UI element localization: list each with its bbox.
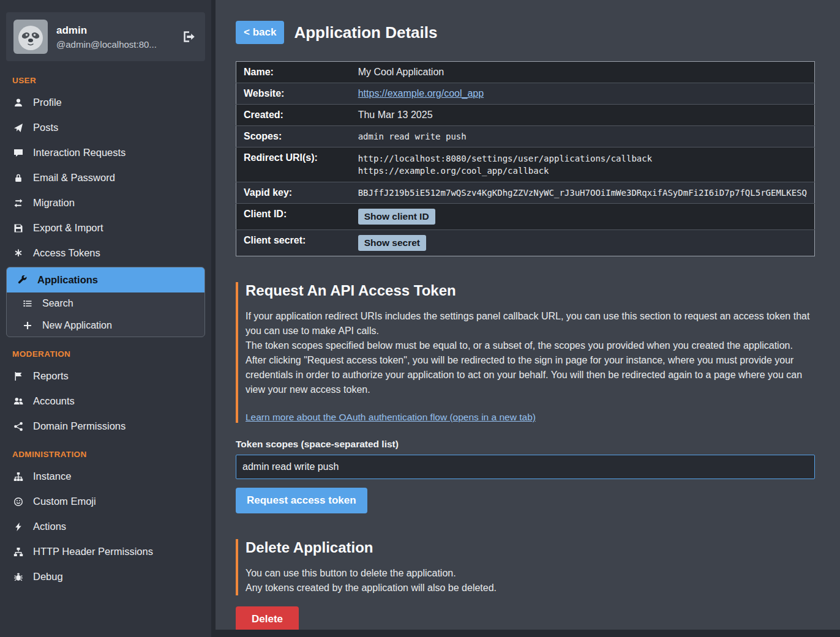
detail-row-vapid-key: Vapid key: BBJffJ219b5iE512m7wQSzv4KgKDh… (236, 182, 815, 204)
bug-icon (12, 572, 24, 582)
sidebar-item-label: Instance (33, 471, 71, 482)
detail-row-redirect-uris: Redirect URI(s): http://localhost:8080/s… (236, 147, 815, 182)
smile-icon (12, 497, 24, 507)
detail-row-scopes: Scopes: admin read write push (236, 126, 815, 147)
sidebar-section-moderation: MODERATION (0, 338, 211, 363)
sidebar-item-access-tokens[interactable]: Access Tokens (0, 240, 211, 266)
detail-label: Client ID: (236, 204, 351, 230)
sidebar-nav-administration: Instance Custom Emoji Actions HTTP Heade… (0, 464, 211, 589)
sidebar-item-interaction-requests[interactable]: Interaction Requests (0, 140, 211, 165)
tools-icon (17, 275, 29, 285)
sidebar-item-label: Access Tokens (33, 247, 100, 259)
request-access-token-button[interactable]: Request access token (236, 488, 367, 513)
detail-label: Client secret: (236, 230, 351, 256)
sidebar-item-label: Applications (37, 274, 98, 286)
sidebar-item-reports[interactable]: Reports (0, 363, 211, 389)
sidebar-item-posts[interactable]: Posts (0, 115, 211, 140)
back-button[interactable]: < back (236, 21, 284, 44)
bolt-icon (12, 522, 24, 532)
detail-label: Created: (236, 105, 351, 126)
delete-application-heading: Delete Application (246, 539, 815, 556)
sidebar-item-label: Posts (33, 122, 58, 133)
sidebar-item-label: Search (42, 298, 73, 309)
sidebar-item-custom-emoji[interactable]: Custom Emoji (0, 489, 211, 514)
sidebar-nav-moderation: Reports Accounts Domain Permissions (0, 363, 211, 439)
sidebar-item-profile[interactable]: Profile (0, 90, 211, 115)
sidebar-item-instance[interactable]: Instance (0, 464, 211, 489)
sidebar-item-export-import[interactable]: Export & Import (0, 215, 211, 240)
sidebar-item-new-application[interactable]: New Application (7, 315, 204, 337)
sidebar-item-label: Migration (33, 197, 75, 209)
sidebar-item-label: New Application (42, 320, 112, 331)
detail-value-scopes: admin read write push (351, 126, 815, 147)
detail-label: Scopes: (236, 126, 351, 147)
detail-label: Name: (236, 62, 351, 83)
asterisk-icon (12, 248, 24, 258)
detail-label: Vapid key: (236, 182, 351, 204)
sidebar-item-label: Export & Import (33, 222, 103, 234)
page-title: Application Details (294, 23, 437, 42)
lock-icon (12, 173, 24, 183)
redirect-uri: https://example.org/cool_app/callback (358, 165, 807, 177)
request-token-heading: Request An API Access Token (246, 282, 815, 299)
sitemap-icon (12, 472, 24, 482)
sidebar-item-label: Domain Permissions (33, 420, 126, 432)
sidebar-item-accounts[interactable]: Accounts (0, 389, 211, 414)
detail-row-name: Name: My Cool Application (236, 62, 815, 83)
sidebar-item-applications[interactable]: Applications (7, 267, 204, 292)
avatar (13, 20, 48, 54)
detail-row-client-secret: Client secret: Show secret (236, 230, 815, 256)
sidebar: admin @admin@localhost:80... USER Profil… (0, 0, 211, 637)
plus-icon (21, 321, 34, 330)
request-token-paragraph: The token scopes specified below must be… (246, 338, 815, 353)
logout-icon[interactable] (183, 30, 195, 43)
sidebar-item-debug[interactable]: Debug (0, 564, 211, 589)
detail-value-created: Thu Mar 13 2025 (351, 105, 815, 126)
sidebar-item-migration[interactable]: Migration (0, 190, 211, 215)
application-details-table: Name: My Cool Application Website: https… (236, 61, 815, 256)
detail-row-website: Website: https://example.org/cool_app (236, 83, 815, 105)
request-token-section: Request An API Access Token If your appl… (236, 282, 815, 423)
show-client-id-button[interactable]: Show client ID (358, 209, 435, 225)
user-card[interactable]: admin @admin@localhost:80... (6, 12, 205, 61)
sidebar-item-label: Debug (33, 571, 63, 583)
user-handle: @admin@localhost:80... (56, 39, 157, 50)
sidebar-item-label: Interaction Requests (33, 147, 126, 158)
request-token-paragraph: If your application redirect URIs includ… (246, 309, 815, 338)
floppy-icon (12, 223, 24, 233)
sidebar-item-http-header-permissions[interactable]: HTTP Header Permissions (0, 539, 211, 564)
token-scopes-label: Token scopes (space-separated list) (236, 439, 815, 450)
sidebar-item-applications-search[interactable]: Search (7, 292, 204, 315)
oauth-docs-link[interactable]: Learn more about the OAuth authenticatio… (246, 412, 536, 423)
sidebar-item-actions[interactable]: Actions (0, 514, 211, 539)
sidebar-section-administration: ADMINISTRATION (0, 439, 211, 464)
app-root: admin @admin@localhost:80... USER Profil… (0, 0, 840, 637)
sidebar-item-label: Accounts (33, 395, 75, 407)
network-icon (12, 547, 24, 557)
sidebar-item-label: Email & Password (33, 172, 115, 184)
share-nodes-icon (12, 422, 24, 431)
sidebar-item-label: Reports (33, 370, 69, 382)
flag-icon (12, 371, 24, 381)
website-link[interactable]: https://example.org/cool_app (358, 88, 484, 99)
exchange-icon (12, 198, 24, 208)
detail-value-vapid-key: BBJffJ219b5iE512m7wQSzv4KgKDhgZZVzNyWC_r… (351, 182, 815, 204)
sidebar-item-label: Custom Emoji (33, 496, 96, 507)
delete-button[interactable]: Delete (236, 606, 299, 630)
detail-value-name: My Cool Application (351, 62, 815, 83)
delete-application-section: Delete Application You can use this butt… (236, 539, 815, 595)
user-icon (12, 98, 24, 108)
applications-group: Applications Search New Application (6, 267, 205, 337)
sidebar-item-domain-permissions[interactable]: Domain Permissions (0, 414, 211, 439)
detail-row-client-id: Client ID: Show client ID (236, 204, 815, 230)
applications-submenu: Search New Application (7, 292, 204, 337)
paper-plane-icon (12, 123, 24, 133)
redirect-uri: http://localhost:8080/settings/user/appl… (358, 152, 807, 165)
request-token-paragraph: After clicking "Request access token", y… (246, 353, 815, 397)
request-token-block: Request An API Access Token If your appl… (236, 282, 815, 513)
detail-value-redirect-uris: http://localhost:8080/settings/user/appl… (351, 147, 815, 182)
sidebar-item-label: Profile (33, 97, 62, 108)
token-scopes-input[interactable] (236, 455, 815, 479)
sidebar-item-email-password[interactable]: Email & Password (0, 165, 211, 190)
show-secret-button[interactable]: Show secret (358, 235, 426, 251)
